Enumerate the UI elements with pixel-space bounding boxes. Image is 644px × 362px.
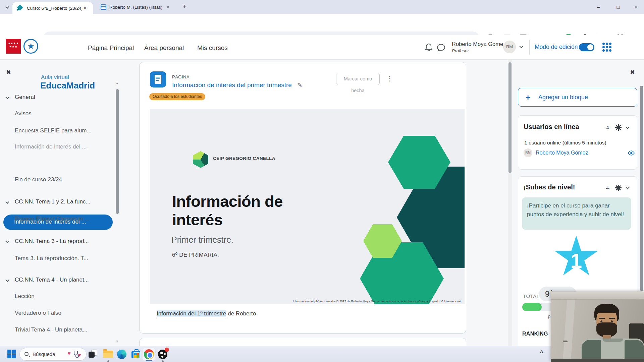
sidebar-item-general[interactable]: General [15, 94, 35, 101]
slide-embed[interactable]: CEIP GREGORIO CANELLA Información de int… [150, 109, 465, 304]
page-scrollbar-thumb[interactable] [508, 62, 512, 173]
slide-subtitle: Primer trimestre. [171, 235, 233, 245]
license-link[interactable]: Atribución-CompartirIgual 4.0 Internacio… [404, 300, 461, 303]
hidden-icons-chevron[interactable]: ^ [540, 350, 543, 356]
sidebar-item-informacion-1[interactable]: Información de interés del ... [15, 143, 87, 150]
taskbar: Búsqueda ♥ ♥ ^ [0, 346, 644, 362]
section-chevron-icon[interactable] [5, 95, 9, 99]
user-role: Profesor [452, 48, 469, 53]
block-title: Usuarios en línea [524, 123, 579, 131]
file-link[interactable]: Información del 1º trimestre [157, 310, 226, 317]
slide-title-line1: Información de [172, 192, 283, 210]
block-drawer-scrollbar-thumb[interactable] [640, 86, 643, 291]
header-divider [529, 40, 530, 55]
tab-title: Curso: 6ºB_Roberto (23/24) [27, 6, 82, 11]
window-minimize-button[interactable]: – [591, 0, 606, 14]
chrome-browser-icon[interactable] [144, 349, 154, 359]
file-explorer-icon[interactable] [103, 351, 113, 358]
notifications-bell-icon[interactable] [425, 43, 433, 52]
task-view-icon[interactable] [89, 350, 98, 358]
activity-menu-icon[interactable]: ⋮ [386, 74, 393, 82]
school-logo [193, 151, 208, 168]
online-users-status: 1 usuario online (últimos 5 minutos) [524, 140, 606, 146]
sidebar-item-verdadero-falso[interactable]: Verdadero o Falso [15, 310, 61, 316]
move-block-icon[interactable]: ↔↕ [605, 124, 611, 130]
person-eye [611, 320, 613, 322]
nav-mis-cursos[interactable]: Mis cursos [197, 44, 228, 52]
eye-icon[interactable] [628, 150, 635, 156]
total-label: TOTAL [523, 293, 539, 299]
user-avatar[interactable]: RM [503, 41, 516, 53]
drawer-close-icon[interactable]: ✖ [6, 69, 11, 76]
new-tab-button[interactable]: + [183, 3, 186, 10]
window-close-button[interactable]: × [629, 0, 644, 14]
sidebar-item-tema-3[interactable]: Tema 3. La reproducción. T... [15, 255, 88, 262]
level-up-info: ¡Participe en el curso para ganar puntos… [522, 197, 631, 230]
mark-done-button[interactable]: Marcar como hecha [336, 73, 380, 85]
sidebar-item-avisos[interactable]: Avisos [15, 110, 32, 117]
windows-start-icon[interactable] [7, 350, 16, 358]
user-name[interactable]: Roberto Moya Gómez [452, 41, 506, 47]
apps-grid-icon[interactable] [602, 43, 611, 52]
page-activity-icon [150, 71, 166, 87]
block-settings-gear-icon[interactable] [615, 185, 621, 191]
sidebar-item-ccnn-tema-1-2[interactable]: CC.NN. Tema 1 y 2. La func... [15, 198, 91, 205]
add-block-label: Agregar un bloque [538, 94, 588, 101]
document-icon [155, 75, 161, 84]
block-collapse-chevron-icon[interactable] [626, 185, 629, 189]
nav-area-personal[interactable]: Área personal [144, 44, 184, 52]
course-index-drawer: ✖ General Avisos Encuesta SELFIE para al… [0, 60, 124, 346]
nav-pagina-principal[interactable]: Página Principal [88, 44, 134, 52]
sidebar-item-leccion[interactable]: Lección [15, 293, 35, 300]
obs-notification-badge [165, 348, 169, 352]
sidebar-item-ccnn-tema-4[interactable]: CC.NN. Tema 4 - Un planet... [15, 277, 89, 283]
edge-browser-icon[interactable] [117, 350, 126, 359]
cam-doorframe [562, 300, 575, 362]
sidebar-item-trivial-tema-4[interactable]: Trivial Tema 4 - Un planeta... [15, 326, 87, 333]
block-collapse-chevron-icon[interactable] [626, 125, 629, 129]
sidebar-item-encuesta[interactable]: Encuesta SELFIE para alum... [15, 127, 92, 134]
heart-icon: ♥ [67, 350, 71, 357]
window-maximize-button[interactable]: □ [610, 0, 626, 14]
tab-search-chevron-icon[interactable] [5, 5, 9, 8]
flag-stars: ★★★ [6, 45, 21, 49]
resize-cursor-icon: ↔ [315, 297, 320, 302]
running-indicator-dot [107, 360, 109, 362]
educamadrid-logo: ★ [23, 39, 38, 54]
sidebar-item-repaso-flipped[interactable]: Repaso Flipped Classroom ... [15, 216, 90, 222]
online-user-link[interactable]: Roberto Moya Gómez [536, 150, 588, 156]
move-block-icon[interactable]: ↔↕ [605, 185, 611, 191]
scroll-up-icon[interactable]: ▲ [116, 82, 118, 85]
messages-icon[interactable] [437, 44, 445, 52]
sidebar-item-fin-de-curso[interactable]: Fin de curso 23/24 [15, 176, 62, 183]
section-chevron-icon[interactable] [5, 278, 9, 282]
tab-close-icon[interactable]: × [166, 4, 169, 10]
tab-inactive[interactable]: Roberto M. (Listas) (listas) | Me × [97, 2, 176, 12]
tab-close-icon[interactable]: × [84, 5, 87, 11]
microsoft-store-icon[interactable] [131, 351, 140, 358]
section-chevron-icon[interactable] [5, 200, 9, 203]
block-drawer-close-icon[interactable]: ✖ [630, 69, 635, 76]
license-link[interactable]: Información del primer trimestre [293, 300, 335, 303]
person-collar [602, 339, 623, 342]
file-link-suffix: de Roberto [226, 310, 256, 317]
sidebar-scrollbar-thumb[interactable] [116, 89, 119, 214]
search-placeholder: Búsqueda [33, 351, 55, 357]
sidebar-item-ccnn-tema-3[interactable]: CC.NN. Tema 3 - La reprod... [15, 238, 89, 245]
slide-title: Información de interés [172, 192, 283, 229]
activity-title-link[interactable]: Información de interés del primer trimes… [172, 81, 292, 89]
hidden-badge: Ocultado a los estudiantes [149, 93, 205, 100]
edit-pencil-icon[interactable]: ✎ [297, 81, 302, 89]
tab-active[interactable]: Curso: 6ºB_Roberto (23/24) × [12, 2, 93, 14]
block-settings-gear-icon[interactable] [615, 125, 621, 130]
person-hairline [596, 305, 618, 313]
plus-icon: + [526, 93, 530, 102]
taskbar-search[interactable]: Búsqueda ♥ ♥ [19, 348, 87, 361]
add-block-button[interactable]: + Agregar un bloque [518, 88, 637, 107]
slide-grade: 6º DE PRIMARIA. [172, 252, 219, 258]
online-users-block: Usuarios en línea ↔↕ 1 usuario online (ú… [518, 115, 637, 170]
section-chevron-icon[interactable] [5, 239, 9, 243]
edit-mode-toggle[interactable] [579, 43, 594, 51]
scroll-down-icon[interactable]: ▼ [116, 340, 118, 343]
user-menu-chevron-icon[interactable] [519, 44, 523, 48]
